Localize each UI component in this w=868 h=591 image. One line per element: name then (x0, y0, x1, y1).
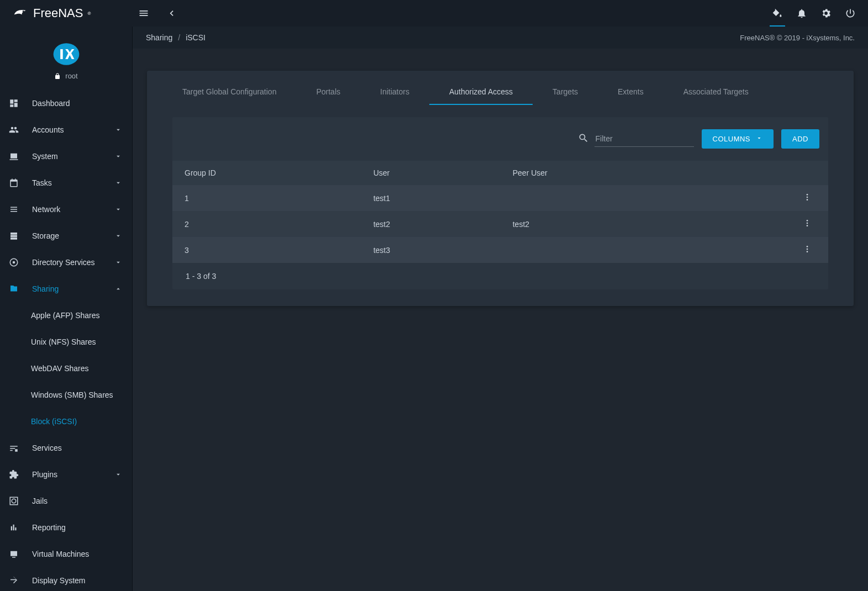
dropdown-arrow-icon (756, 135, 762, 143)
nav-sharing[interactable]: Sharing (0, 276, 132, 302)
nav-sub-iscsi[interactable]: Block (iSCSI) (0, 408, 132, 435)
tab-target-global-config[interactable]: Target Global Configuration (162, 81, 296, 105)
table-row[interactable]: 3 test3 (172, 237, 828, 263)
sidebar-user: root (0, 72, 132, 90)
table-toolbar: COLUMNS ADD (172, 117, 828, 161)
tab-portals[interactable]: Portals (296, 81, 360, 105)
tasks-icon (8, 177, 20, 189)
chevron-down-icon (114, 469, 124, 479)
nav-jails[interactable]: Jails (0, 488, 132, 514)
nav-services[interactable]: Services (0, 435, 132, 461)
col-peer-user[interactable]: Peer User (501, 161, 701, 185)
svg-point-0 (23, 10, 24, 12)
row-actions-button[interactable] (803, 245, 812, 254)
tab-authorized-access[interactable]: Authorized Access (429, 81, 533, 105)
table-footer: 1 - 3 of 3 (172, 263, 828, 289)
bell-icon (796, 8, 807, 19)
nav-storage[interactable]: Storage (0, 223, 132, 249)
authorized-access-table: Group ID User Peer User 1 test1 (172, 161, 828, 263)
columns-button-label: COLUMNS (713, 135, 751, 143)
table-row[interactable]: 2 test2 test2 (172, 211, 828, 237)
brand-text: FreeNAS (33, 6, 83, 20)
nav-label: Storage (32, 231, 114, 240)
nav-directory-services[interactable]: Directory Services (0, 249, 132, 276)
chevron-down-icon (114, 178, 124, 188)
nav-label: Jails (32, 497, 124, 505)
paint-bucket-icon (772, 8, 783, 19)
brand-logo[interactable]: FreeNAS® (7, 5, 127, 22)
jails-icon (8, 495, 20, 507)
col-actions (701, 161, 828, 185)
chevron-down-icon (114, 151, 124, 161)
search-icon (578, 133, 589, 145)
settings-button[interactable] (815, 2, 837, 24)
notifications-button[interactable] (791, 2, 813, 24)
table-row[interactable]: 1 test1 (172, 185, 828, 211)
nav-virtual-machines[interactable]: Virtual Machines (0, 541, 132, 567)
breadcrumb-current: iSCSI (186, 33, 206, 42)
collapse-sidebar-button[interactable] (160, 2, 182, 24)
cell-user: test2 (361, 211, 501, 237)
tab-initiators[interactable]: Initiators (360, 81, 429, 105)
plugins-icon (8, 468, 20, 481)
nav-accounts[interactable]: Accounts (0, 117, 132, 143)
nav-sub-smb[interactable]: Windows (SMB) Shares (0, 382, 132, 408)
add-button[interactable]: ADD (781, 129, 819, 149)
iscsi-card: Target Global Configuration Portals Init… (147, 71, 854, 306)
hamburger-menu-button[interactable] (133, 2, 155, 24)
nav-label: Display System (32, 576, 124, 585)
nav-network[interactable]: Network (0, 196, 132, 223)
breadcrumb-separator: / (178, 33, 180, 42)
svg-point-1 (53, 43, 79, 65)
columns-button[interactable]: COLUMNS (702, 129, 774, 149)
shark-icon (12, 5, 29, 22)
svg-rect-4 (10, 497, 18, 505)
directory-icon (8, 256, 20, 268)
nav-sub-nfs[interactable]: Unix (NFS) Shares (0, 329, 132, 355)
breadcrumb-parent[interactable]: Sharing (146, 33, 172, 42)
col-group-id[interactable]: Group ID (172, 161, 361, 185)
chevron-down-icon (114, 204, 124, 214)
gear-icon (820, 8, 832, 19)
nav-plugins[interactable]: Plugins (0, 461, 132, 488)
chevron-down-icon (114, 231, 124, 241)
nav-display-system[interactable]: Display System (0, 567, 132, 591)
col-user[interactable]: User (361, 161, 501, 185)
nav-label: Virtual Machines (32, 550, 124, 558)
reporting-icon (8, 521, 20, 534)
svg-point-5 (12, 499, 16, 503)
cell-group-id: 2 (172, 211, 361, 237)
nav-sub-webdav[interactable]: WebDAV Shares (0, 355, 132, 382)
nav-label: System (32, 152, 114, 161)
svg-point-12 (807, 246, 808, 247)
row-actions-button[interactable] (803, 193, 812, 202)
nav-reporting[interactable]: Reporting (0, 514, 132, 541)
nav-label: Sharing (32, 284, 114, 293)
authorized-access-panel: COLUMNS ADD Group ID User (172, 117, 828, 289)
cell-group-id: 3 (172, 237, 361, 263)
network-icon (8, 203, 20, 215)
tab-associated-targets[interactable]: Associated Targets (664, 81, 769, 105)
services-icon (8, 442, 20, 454)
nav-sub-label: Apple (AFP) Shares (31, 311, 124, 320)
svg-point-3 (13, 261, 15, 264)
nav-dashboard[interactable]: Dashboard (0, 90, 132, 117)
filter-input[interactable] (595, 131, 694, 147)
nav-system[interactable]: System (0, 143, 132, 170)
tab-extents[interactable]: Extents (598, 81, 664, 105)
theme-button[interactable] (766, 2, 788, 24)
nav-label: Dashboard (32, 99, 124, 108)
row-actions-button[interactable] (803, 219, 812, 228)
nav-sub-afp[interactable]: Apple (AFP) Shares (0, 302, 132, 329)
tab-targets[interactable]: Targets (533, 81, 598, 105)
svg-point-13 (807, 249, 808, 250)
nav-label: Tasks (32, 178, 114, 187)
power-button[interactable] (839, 2, 861, 24)
tabs: Target Global Configuration Portals Init… (147, 71, 854, 105)
svg-point-7 (807, 197, 808, 198)
chevron-left-icon (166, 8, 177, 19)
nav-tasks[interactable]: Tasks (0, 170, 132, 196)
svg-point-6 (807, 194, 808, 196)
breadcrumb: Sharing / iSCSI (146, 33, 206, 42)
svg-point-14 (807, 251, 808, 252)
